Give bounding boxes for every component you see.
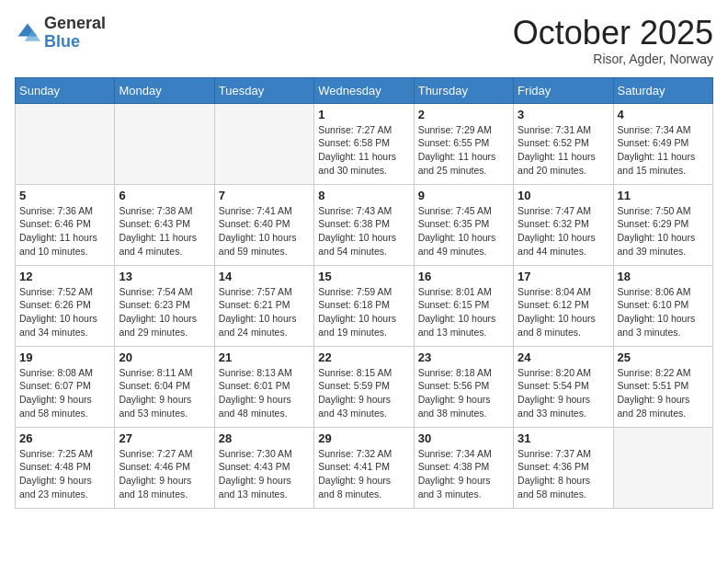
day-number: 14 (219, 270, 310, 283)
page-header: General Blue October 2025 Risor, Agder, … (15, 15, 713, 66)
calendar-cell: 8Sunrise: 7:43 AM Sunset: 6:38 PM Daylig… (314, 184, 414, 265)
calendar-cell: 12Sunrise: 7:52 AM Sunset: 6:26 PM Dayli… (16, 265, 115, 346)
calendar-cell: 14Sunrise: 7:57 AM Sunset: 6:21 PM Dayli… (214, 265, 313, 346)
day-info: Sunrise: 7:54 AM Sunset: 6:23 PM Dayligh… (119, 285, 210, 339)
calendar-cell: 28Sunrise: 7:30 AM Sunset: 4:43 PM Dayli… (214, 427, 313, 508)
day-number: 1 (318, 108, 409, 121)
day-number: 28 (219, 431, 310, 445)
calendar-cell: 2Sunrise: 7:29 AM Sunset: 6:55 PM Daylig… (414, 103, 513, 184)
calendar-cell: 31Sunrise: 7:37 AM Sunset: 4:36 PM Dayli… (514, 427, 613, 508)
location-subtitle: Risor, Agder, Norway (513, 52, 713, 66)
day-number: 4 (618, 108, 709, 121)
calendar-cell: 6Sunrise: 7:38 AM Sunset: 6:43 PM Daylig… (115, 184, 214, 265)
day-info: Sunrise: 7:45 AM Sunset: 6:35 PM Dayligh… (418, 204, 509, 259)
calendar-cell: 30Sunrise: 7:34 AM Sunset: 4:38 PM Dayli… (414, 427, 513, 508)
day-info: Sunrise: 8:06 AM Sunset: 6:10 PM Dayligh… (618, 285, 709, 339)
day-number: 13 (119, 270, 210, 283)
day-info: Sunrise: 7:34 AM Sunset: 4:38 PM Dayligh… (418, 447, 509, 501)
day-info: Sunrise: 8:22 AM Sunset: 5:51 PM Dayligh… (618, 366, 709, 420)
month-title: October 2025 (513, 15, 713, 52)
day-number: 25 (618, 350, 709, 364)
logo: General Blue (15, 15, 106, 52)
calendar-cell: 22Sunrise: 8:15 AM Sunset: 5:59 PM Dayli… (314, 346, 414, 427)
day-info: Sunrise: 8:11 AM Sunset: 6:04 PM Dayligh… (119, 366, 210, 420)
calendar-cell: 24Sunrise: 8:20 AM Sunset: 5:54 PM Dayli… (514, 346, 613, 427)
day-info: Sunrise: 7:27 AM Sunset: 4:46 PM Dayligh… (119, 447, 210, 501)
day-info: Sunrise: 7:25 AM Sunset: 4:48 PM Dayligh… (19, 447, 110, 501)
day-info: Sunrise: 8:04 AM Sunset: 6:12 PM Dayligh… (518, 285, 609, 339)
day-number: 6 (119, 189, 210, 202)
calendar-cell: 17Sunrise: 8:04 AM Sunset: 6:12 PM Dayli… (514, 265, 613, 346)
calendar-cell (115, 103, 214, 184)
day-number: 7 (219, 189, 310, 202)
calendar-cell: 26Sunrise: 7:25 AM Sunset: 4:48 PM Dayli… (16, 427, 115, 508)
day-header-friday: Friday (514, 77, 613, 103)
day-info: Sunrise: 7:41 AM Sunset: 6:40 PM Dayligh… (219, 204, 310, 259)
logo-blue-text: Blue (44, 32, 80, 51)
day-number: 22 (318, 350, 409, 364)
calendar-cell: 7Sunrise: 7:41 AM Sunset: 6:40 PM Daylig… (214, 184, 313, 265)
day-number: 30 (418, 431, 509, 445)
day-number: 20 (119, 350, 210, 364)
calendar-cell: 19Sunrise: 8:08 AM Sunset: 6:07 PM Dayli… (16, 346, 115, 427)
day-info: Sunrise: 8:13 AM Sunset: 6:01 PM Dayligh… (219, 366, 310, 420)
day-number: 18 (618, 270, 709, 283)
day-info: Sunrise: 7:29 AM Sunset: 6:55 PM Dayligh… (418, 123, 509, 178)
week-row-5: 26Sunrise: 7:25 AM Sunset: 4:48 PM Dayli… (16, 427, 713, 508)
week-row-4: 19Sunrise: 8:08 AM Sunset: 6:07 PM Dayli… (16, 346, 713, 427)
day-info: Sunrise: 8:08 AM Sunset: 6:07 PM Dayligh… (19, 366, 110, 420)
day-number: 17 (518, 270, 609, 283)
day-info: Sunrise: 7:47 AM Sunset: 6:32 PM Dayligh… (518, 204, 609, 259)
day-info: Sunrise: 7:52 AM Sunset: 6:26 PM Dayligh… (19, 285, 110, 339)
week-row-3: 12Sunrise: 7:52 AM Sunset: 6:26 PM Dayli… (16, 265, 713, 346)
calendar-cell: 9Sunrise: 7:45 AM Sunset: 6:35 PM Daylig… (414, 184, 513, 265)
day-header-saturday: Saturday (613, 77, 712, 103)
day-number: 23 (418, 350, 509, 364)
day-header-sunday: Sunday (16, 77, 115, 103)
day-header-thursday: Thursday (414, 77, 513, 103)
calendar-cell (16, 103, 115, 184)
day-number: 15 (318, 270, 409, 283)
calendar-cell: 3Sunrise: 7:31 AM Sunset: 6:52 PM Daylig… (514, 103, 613, 184)
day-number: 2 (418, 108, 509, 121)
logo-text: General Blue (44, 15, 106, 52)
day-info: Sunrise: 8:01 AM Sunset: 6:15 PM Dayligh… (418, 285, 509, 339)
day-number: 19 (19, 350, 110, 364)
day-number: 24 (518, 350, 609, 364)
day-number: 29 (318, 431, 409, 445)
calendar-table: SundayMondayTuesdayWednesdayThursdayFrid… (15, 77, 713, 509)
week-row-2: 5Sunrise: 7:36 AM Sunset: 6:46 PM Daylig… (16, 184, 713, 265)
day-number: 12 (19, 270, 110, 283)
day-info: Sunrise: 8:20 AM Sunset: 5:54 PM Dayligh… (518, 366, 609, 420)
day-number: 10 (518, 189, 609, 202)
calendar-cell: 10Sunrise: 7:47 AM Sunset: 6:32 PM Dayli… (514, 184, 613, 265)
day-info: Sunrise: 8:18 AM Sunset: 5:56 PM Dayligh… (418, 366, 509, 420)
day-info: Sunrise: 7:30 AM Sunset: 4:43 PM Dayligh… (219, 447, 310, 501)
day-info: Sunrise: 7:57 AM Sunset: 6:21 PM Dayligh… (219, 285, 310, 339)
calendar-cell: 11Sunrise: 7:50 AM Sunset: 6:29 PM Dayli… (613, 184, 712, 265)
day-info: Sunrise: 7:27 AM Sunset: 6:58 PM Dayligh… (318, 123, 409, 178)
calendar-cell: 4Sunrise: 7:34 AM Sunset: 6:49 PM Daylig… (613, 103, 712, 184)
day-number: 27 (119, 431, 210, 445)
day-number: 26 (19, 431, 110, 445)
day-info: Sunrise: 7:34 AM Sunset: 6:49 PM Dayligh… (618, 123, 709, 178)
day-info: Sunrise: 7:38 AM Sunset: 6:43 PM Dayligh… (119, 204, 210, 259)
day-number: 31 (518, 431, 609, 445)
calendar-cell: 21Sunrise: 8:13 AM Sunset: 6:01 PM Dayli… (214, 346, 313, 427)
day-number: 3 (518, 108, 609, 121)
calendar-cell: 16Sunrise: 8:01 AM Sunset: 6:15 PM Dayli… (414, 265, 513, 346)
calendar-cell: 18Sunrise: 8:06 AM Sunset: 6:10 PM Dayli… (613, 265, 712, 346)
day-number: 16 (418, 270, 509, 283)
day-info: Sunrise: 7:59 AM Sunset: 6:18 PM Dayligh… (318, 285, 409, 339)
day-number: 9 (418, 189, 509, 202)
calendar-cell: 13Sunrise: 7:54 AM Sunset: 6:23 PM Dayli… (115, 265, 214, 346)
day-number: 21 (219, 350, 310, 364)
title-block: October 2025 Risor, Agder, Norway (513, 15, 713, 66)
day-number: 5 (19, 189, 110, 202)
calendar-cell (613, 427, 712, 508)
day-number: 11 (618, 189, 709, 202)
week-row-1: 1Sunrise: 7:27 AM Sunset: 6:58 PM Daylig… (16, 103, 713, 184)
day-header-tuesday: Tuesday (214, 77, 313, 103)
day-header-wednesday: Wednesday (314, 77, 414, 103)
calendar-cell: 23Sunrise: 8:18 AM Sunset: 5:56 PM Dayli… (414, 346, 513, 427)
